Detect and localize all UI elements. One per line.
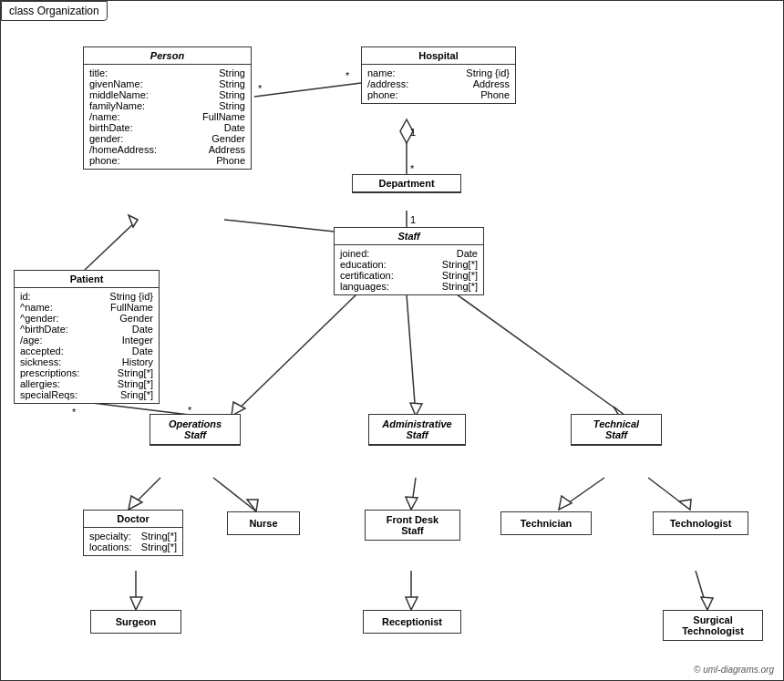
diagram-title: class Organization [1, 1, 108, 21]
svg-marker-34 [130, 597, 142, 610]
class-technician: Technician [500, 511, 592, 535]
class-patient: Patient id:String {id} ^name:FullName ^g… [14, 270, 160, 404]
class-hospital-body: name:String {id} /address:Address phone:… [362, 65, 515, 103]
svg-text:*: * [410, 163, 415, 174]
class-receptionist: Receptionist [363, 610, 461, 634]
copyright-text: © uml-diagrams.org [694, 665, 774, 675]
class-patient-header: Patient [15, 271, 159, 288]
svg-line-0 [254, 83, 361, 97]
class-nurse: Nurse [227, 511, 300, 535]
class-staff-body: joined:Date education:String[*] certific… [335, 245, 483, 294]
svg-text:*: * [346, 70, 350, 81]
svg-line-21 [457, 294, 625, 416]
class-patient-body: id:String {id} ^name:FullName ^gender:Ge… [15, 288, 159, 403]
class-department: Department [352, 174, 461, 193]
class-person: Person title:String givenName:String mid… [83, 46, 252, 170]
class-surgical-technologist: SurgicalTechnologist [663, 610, 763, 641]
class-admin-staff: AdministrativeStaff [368, 414, 466, 446]
svg-line-25 [213, 478, 256, 511]
class-admin-header: AdministrativeStaff [369, 415, 465, 445]
class-person-body: title:String givenName:String middleName… [84, 65, 251, 169]
class-technologist: Technologist [653, 511, 748, 535]
class-doctor-header: Doctor [84, 511, 182, 528]
class-person-header: Person [84, 47, 251, 65]
svg-line-10 [85, 220, 138, 270]
class-tech-header: TechnicalStaff [572, 415, 661, 445]
class-staff: Staff joined:Date education:String[*] ce… [334, 227, 484, 295]
class-surgeon: Surgeon [90, 610, 181, 634]
diagram-container: class Organization * * 1 * 1 * * * [0, 0, 784, 681]
svg-text:*: * [258, 83, 263, 94]
class-department-header: Department [353, 175, 460, 192]
svg-line-23 [129, 478, 160, 510]
svg-marker-36 [406, 597, 418, 610]
class-doctor: Doctor specialty:String[*] locations:Str… [83, 510, 183, 556]
svg-marker-11 [129, 215, 138, 227]
svg-text:*: * [72, 407, 77, 418]
svg-marker-4 [400, 119, 413, 143]
svg-marker-26 [247, 500, 258, 511]
class-ops-header: OperationsStaff [150, 415, 240, 445]
svg-line-27 [411, 478, 416, 510]
svg-line-17 [232, 294, 356, 416]
class-operations-staff: OperationsStaff [150, 414, 241, 446]
svg-line-29 [559, 478, 604, 510]
class-technical-staff: TechnicalStaff [571, 414, 662, 446]
svg-marker-28 [406, 497, 418, 510]
svg-marker-30 [559, 496, 572, 510]
svg-text:1: 1 [410, 127, 416, 138]
svg-marker-32 [679, 500, 691, 510]
svg-line-19 [407, 294, 416, 416]
svg-marker-24 [129, 496, 142, 510]
svg-text:1: 1 [410, 214, 416, 225]
svg-line-37 [696, 571, 707, 610]
class-doctor-body: specialty:String[*] locations:String[*] [84, 528, 182, 555]
class-hospital-header: Hospital [362, 47, 515, 65]
class-staff-header: Staff [335, 228, 483, 245]
class-front-desk: Front DeskStaff [365, 510, 460, 541]
svg-line-31 [648, 478, 690, 510]
class-hospital: Hospital name:String {id} /address:Addre… [361, 46, 516, 104]
svg-marker-38 [701, 597, 713, 610]
